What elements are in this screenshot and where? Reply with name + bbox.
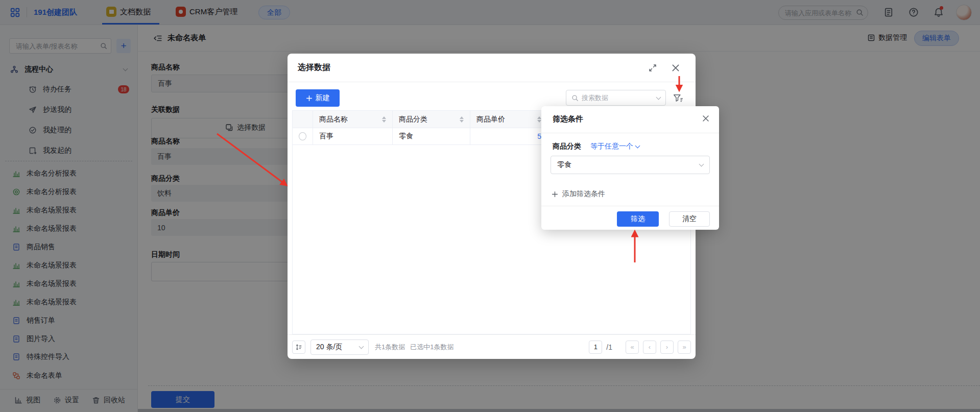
filter-field-label: 商品分类 [553, 142, 581, 151]
selected-count-text: 已选中1条数据 [410, 343, 453, 352]
new-record-button[interactable]: 新建 [296, 89, 340, 107]
filter-value-select[interactable]: 零食 [551, 156, 710, 174]
filter-value: 零食 [557, 160, 571, 169]
column-header[interactable]: 商品单价 [470, 111, 548, 128]
column-label: 商品分类 [399, 115, 427, 124]
last-page-button[interactable]: » [678, 341, 691, 354]
filter-funnel-icon[interactable] [673, 93, 683, 103]
chevron-down-icon [656, 94, 661, 100]
prev-page-button[interactable]: ‹ [643, 341, 656, 354]
modal-search-placeholder: 搜索数据 [582, 93, 608, 103]
modal-footer: 20 条/页 共1条数据 已选中1条数据 1 /1 « ‹ › » [288, 334, 696, 359]
filter-popover: 筛选条件 商品分类 等于任意一个 零食 添加筛选条件 筛选 清空 [541, 106, 719, 230]
cell-product-price: 5 [470, 128, 548, 144]
clear-filter-button[interactable]: 清空 [669, 211, 710, 227]
page-total-text: /1 [606, 343, 612, 351]
modal-header: 选择数据 [288, 54, 696, 82]
chevron-down-icon [699, 162, 704, 167]
row-height-icon[interactable] [292, 341, 305, 354]
column-header[interactable]: 商品名称 [313, 111, 393, 128]
sort-icon[interactable] [382, 116, 386, 123]
page-size-value: 20 条/页 [316, 343, 342, 352]
next-page-button[interactable]: › [660, 341, 674, 354]
first-page-button[interactable]: « [626, 341, 639, 354]
popover-footer-divider [541, 206, 719, 206]
plus-icon [306, 95, 313, 102]
cell-product-name: 百事 [313, 128, 393, 144]
close-icon[interactable] [671, 63, 680, 72]
app-window: 191创建团队 文档数据 CRM客户管理 全部 [0, 0, 980, 412]
plus-icon [552, 191, 558, 198]
column-label: 商品单价 [476, 115, 505, 124]
cell-product-category: 零食 [393, 128, 470, 144]
total-count-text: 共1条数据 [375, 343, 405, 352]
column-header[interactable]: 商品分类 [393, 111, 470, 128]
close-icon[interactable] [702, 114, 710, 123]
popover-divider [541, 133, 719, 133]
search-icon [571, 94, 579, 102]
filter-operator-value: 等于任意一个 [590, 142, 633, 151]
radio-column-header [293, 111, 313, 128]
sort-icon[interactable] [537, 116, 541, 123]
apply-filter-button[interactable]: 筛选 [617, 211, 659, 227]
add-condition-button[interactable]: 添加筛选条件 [552, 189, 605, 199]
page-number-input[interactable]: 1 [589, 341, 602, 354]
filter-operator-select[interactable]: 等于任意一个 [590, 142, 639, 151]
modal-search-box[interactable]: 搜索数据 [566, 90, 666, 106]
row-radio[interactable] [299, 132, 306, 140]
add-condition-label: 添加筛选条件 [562, 189, 605, 199]
chevron-down-icon [359, 344, 364, 349]
popover-title: 筛选条件 [553, 114, 583, 124]
modal-title: 选择数据 [298, 62, 330, 73]
new-record-label: 新建 [316, 93, 330, 103]
sort-icon[interactable] [460, 116, 464, 123]
page-size-select[interactable]: 20 条/页 [310, 340, 369, 355]
expand-icon[interactable] [649, 64, 657, 72]
column-label: 商品名称 [319, 115, 348, 124]
chevron-down-icon [635, 143, 640, 149]
